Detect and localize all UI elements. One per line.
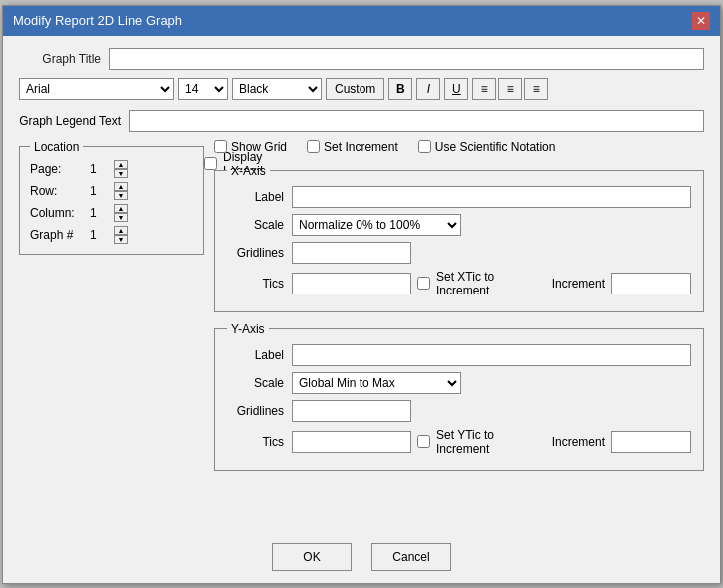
title-bar: Modify Report 2D Line Graph ✕ <box>3 6 720 36</box>
y-tics-row: Tics Set YTic to Increment Increment <box>227 428 691 456</box>
x-tics-row: Tics Set XTic to Increment Increment <box>227 270 691 297</box>
x-label-label: Label <box>227 190 292 204</box>
y-axis-legend: Y-Axis <box>227 322 269 336</box>
graph-down-button[interactable]: ▼ <box>114 235 128 244</box>
ok-button[interactable]: OK <box>272 543 352 571</box>
align-buttons: ≡ ≡ ≡ <box>472 78 548 100</box>
font-select[interactable]: Arial Times New Roman Courier New Verdan… <box>19 78 174 100</box>
row-spinner: ▲ ▼ <box>114 182 128 200</box>
graph-title-input[interactable] <box>109 48 704 70</box>
x-tics-label: Tics <box>227 277 292 291</box>
checks-row: Show Grid Set Increment Use Scientific N… <box>214 140 704 154</box>
page-spinner: ▲ ▼ <box>114 160 128 178</box>
align-left-button[interactable]: ≡ <box>472 78 496 100</box>
y-increment-input[interactable] <box>611 431 691 453</box>
x-axis-group: X-Axis Label Scale Normalize 0% to 100% … <box>214 164 704 312</box>
legend-input[interactable] <box>129 110 704 132</box>
location-group: Location Page: 1 ▲ ▼ Row: 1 ▲ <box>19 140 204 255</box>
close-button[interactable]: ✕ <box>692 12 710 30</box>
align-center-button[interactable]: ≡ <box>498 78 522 100</box>
x-scale-select[interactable]: Normalize 0% to 100% Global Min to Max C… <box>292 214 461 236</box>
column-up-button[interactable]: ▲ <box>114 204 128 213</box>
y-tics-label: Tics <box>227 435 292 449</box>
page-value: 1 <box>90 162 110 176</box>
row-value: 1 <box>90 184 110 198</box>
location-legend: Location <box>30 140 83 154</box>
x-gridlines-input[interactable] <box>292 242 411 264</box>
graph-title-row: Graph Title <box>19 48 704 70</box>
row-label: Row: <box>30 184 90 198</box>
italic-button[interactable]: I <box>416 78 440 100</box>
column-down-button[interactable]: ▼ <box>114 213 128 222</box>
y-label-label: Label <box>227 348 292 362</box>
dialog: Modify Report 2D Line Graph ✕ Graph Titl… <box>2 5 721 584</box>
y-gridlines-row: Gridlines <box>227 400 691 422</box>
size-select[interactable]: 8 10 12 14 16 18 24 <box>178 78 228 100</box>
row-down-button[interactable]: ▼ <box>114 191 128 200</box>
x-scale-row: Scale Normalize 0% to 100% Global Min to… <box>227 214 691 236</box>
graph-num-value: 1 <box>90 228 110 242</box>
column-row: Column: 1 ▲ ▼ <box>30 204 193 222</box>
bold-button[interactable]: B <box>388 78 412 100</box>
toolbar-row: Arial Times New Roman Courier New Verdan… <box>19 78 704 100</box>
row-up-button[interactable]: ▲ <box>114 182 128 191</box>
set-increment-label: Set Increment <box>324 140 398 154</box>
x-gridlines-row: Gridlines <box>227 242 691 264</box>
y-scale-select[interactable]: Global Min to Max Normalize 0% to 100% C… <box>292 372 461 394</box>
y-gridlines-input[interactable] <box>292 400 411 422</box>
scientific-notation-label: Use Scientific Notation <box>435 140 556 154</box>
page-up-button[interactable]: ▲ <box>114 160 128 169</box>
column-label: Column: <box>30 206 90 220</box>
display-legend-row: Display Legend <box>204 150 214 178</box>
x-label-row: Label <box>227 186 691 208</box>
legend-row: Graph Legend Text <box>19 110 704 132</box>
main-area: Location Page: 1 ▲ ▼ Row: 1 ▲ <box>19 140 704 481</box>
y-increment-label: Increment <box>552 435 605 449</box>
x-increment-label: Increment <box>552 277 605 291</box>
underline-button[interactable]: U <box>444 78 468 100</box>
x-gridlines-label: Gridlines <box>227 246 292 260</box>
graph-up-button[interactable]: ▲ <box>114 226 128 235</box>
y-axis-group: Y-Axis Label Scale Global Min to Max Nor… <box>214 322 704 471</box>
cancel-button[interactable]: Cancel <box>371 543 451 571</box>
scientific-notation-item: Use Scientific Notation <box>418 140 556 154</box>
left-panel: Location Page: 1 ▲ ▼ Row: 1 ▲ <box>19 140 214 481</box>
color-select[interactable]: Black Red Blue Green White <box>232 78 322 100</box>
scientific-notation-checkbox[interactable] <box>418 140 431 153</box>
content-area: Graph Title Arial Times New Roman Courie… <box>3 36 720 531</box>
x-axis-legend: X-Axis <box>227 164 270 178</box>
align-right-button[interactable]: ≡ <box>524 78 548 100</box>
show-grid-item: Show Grid <box>214 140 287 154</box>
y-tics-input[interactable] <box>292 431 411 453</box>
y-scale-row: Scale Global Min to Max Normalize 0% to … <box>227 372 691 394</box>
y-label-input[interactable] <box>292 344 691 366</box>
graph-num-label: Graph # <box>30 228 90 242</box>
y-label-row: Label <box>227 344 691 366</box>
y-scale-label: Scale <box>227 376 292 390</box>
x-increment-input[interactable] <box>611 273 691 294</box>
y-gridlines-label: Gridlines <box>227 404 292 418</box>
y-tics-controls: Set YTic to Increment Increment <box>292 428 691 456</box>
graph-num-spinner: ▲ ▼ <box>114 226 128 244</box>
page-row: Page: 1 ▲ ▼ <box>30 160 193 178</box>
page-down-button[interactable]: ▼ <box>114 169 128 178</box>
x-scale-label: Scale <box>227 218 292 232</box>
graph-num-row: Graph # 1 ▲ ▼ <box>30 226 193 244</box>
y-set-tic-checkbox[interactable] <box>417 435 430 448</box>
row-row: Row: 1 ▲ ▼ <box>30 182 193 200</box>
custom-button[interactable]: Custom <box>326 78 384 100</box>
set-increment-checkbox[interactable] <box>307 140 320 153</box>
legend-label: Graph Legend Text <box>19 114 129 128</box>
column-value: 1 <box>90 206 110 220</box>
show-grid-label: Show Grid <box>231 140 287 154</box>
x-tics-input[interactable] <box>292 273 411 294</box>
show-grid-checkbox[interactable] <box>214 140 227 153</box>
x-label-input[interactable] <box>292 186 691 208</box>
x-set-tic-label: Set XTic to Increment <box>436 270 546 297</box>
graph-title-label: Graph Title <box>19 52 109 66</box>
x-tics-controls: Set XTic to Increment Increment <box>292 270 691 297</box>
y-set-tic-label: Set YTic to Increment <box>436 428 546 456</box>
x-set-tic-checkbox[interactable] <box>417 277 430 290</box>
page-label: Page: <box>30 162 90 176</box>
right-panel: Show Grid Set Increment Use Scientific N… <box>214 140 704 481</box>
